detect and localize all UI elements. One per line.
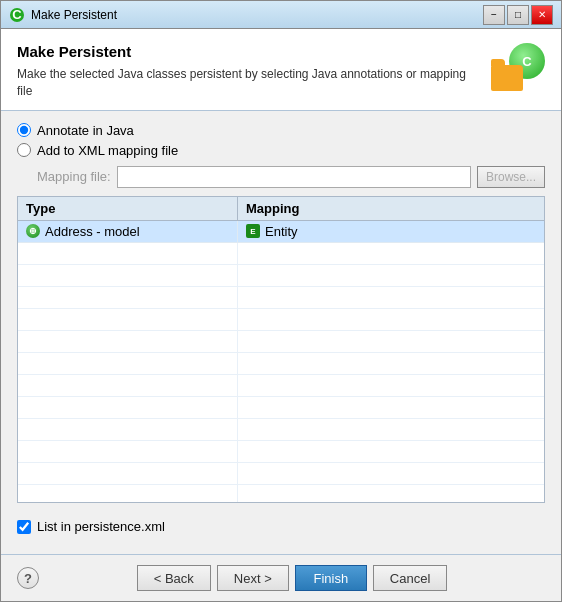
table-empty-row [18,243,544,265]
mapping-file-label: Mapping file: [37,169,111,184]
xml-radio[interactable] [17,143,31,157]
persistence-xml-checkbox[interactable] [17,520,31,534]
table-container: Type Mapping ⊕ Address - model E Entity [17,196,545,503]
header-logo: C [491,43,545,91]
cancel-button[interactable]: Cancel [373,565,447,591]
annotate-option[interactable]: Annotate in Java [17,123,545,138]
mapping-value: Entity [265,224,298,239]
body-section: Annotate in Java Add to XML mapping file… [1,111,561,554]
type-cell: ⊕ Address - model [18,221,238,242]
back-button[interactable]: < Back [137,565,211,591]
table-empty-row [18,287,544,309]
window: C Make Persistent − □ ✕ Make Persistent … [0,0,562,602]
content-area: Make Persistent Make the selected Java c… [1,29,561,601]
mapping-icon: E [246,224,260,238]
persistence-xml-label: List in persistence.xml [37,519,165,534]
xml-option[interactable]: Add to XML mapping file [17,143,545,158]
mapping-file-row: Mapping file: Browse... [37,166,545,188]
type-value: Address - model [45,224,140,239]
table-empty-row [18,331,544,353]
type-icon: ⊕ [26,224,40,238]
footer-buttons: < Back Next > Finish Cancel [39,565,545,591]
maximize-button[interactable]: □ [507,5,529,25]
dialog-subtitle: Make the selected Java classes persisten… [17,66,481,100]
header-text: Make Persistent Make the selected Java c… [17,43,481,100]
checkbox-row: List in persistence.xml [17,511,545,542]
annotate-radio[interactable] [17,123,31,137]
dialog-title: Make Persistent [17,43,481,60]
table-empty-row [18,265,544,287]
table-empty-row [18,397,544,419]
table-header: Type Mapping [18,197,544,221]
close-button[interactable]: ✕ [531,5,553,25]
footer: ? < Back Next > Finish Cancel [1,554,561,601]
radio-group: Annotate in Java Add to XML mapping file [17,123,545,158]
svg-text:C: C [12,7,22,22]
finish-button[interactable]: Finish [295,565,367,591]
annotate-label: Annotate in Java [37,123,134,138]
table-empty-row [18,463,544,485]
window-title: Make Persistent [31,8,483,22]
mapping-file-input [117,166,471,188]
table-empty-row [18,309,544,331]
help-button[interactable]: ? [17,567,39,589]
table-row[interactable]: ⊕ Address - model E Entity [18,221,544,243]
next-button[interactable]: Next > [217,565,289,591]
title-bar: C Make Persistent − □ ✕ [1,1,561,29]
col-type-header: Type [18,197,238,220]
table-empty-row [18,441,544,463]
col-mapping-header: Mapping [238,197,544,220]
table-empty-row [18,375,544,397]
window-icon: C [9,7,25,23]
mapping-cell: E Entity [238,221,544,242]
table-body: ⊕ Address - model E Entity [18,221,544,502]
header-section: Make Persistent Make the selected Java c… [1,29,561,111]
table-empty-row [18,353,544,375]
logo-folder [491,65,523,91]
xml-label: Add to XML mapping file [37,143,178,158]
browse-button: Browse... [477,166,545,188]
table-empty-row [18,485,544,502]
table-empty-row [18,419,544,441]
title-bar-buttons: − □ ✕ [483,5,553,25]
minimize-button[interactable]: − [483,5,505,25]
